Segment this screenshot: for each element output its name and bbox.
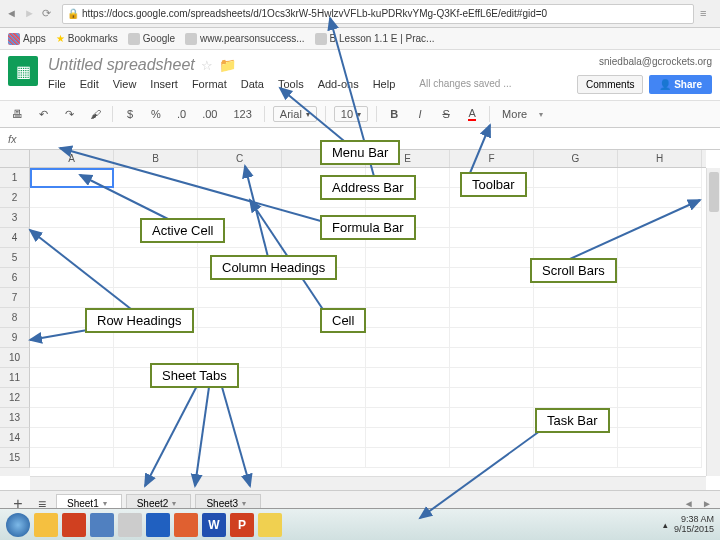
cell[interactable] [282,368,366,388]
menu-view[interactable]: View [113,78,137,90]
horizontal-scrollbar[interactable] [30,476,706,490]
row-header[interactable]: 15 [0,448,30,468]
cell[interactable] [366,408,450,428]
menu-file[interactable]: File [48,78,66,90]
cell[interactable] [198,388,282,408]
forward-icon[interactable]: ► [24,7,38,21]
task-icon[interactable] [146,513,170,537]
folder-icon[interactable]: 📁 [219,57,236,73]
numfmt-button[interactable]: 123 [229,108,255,120]
cell[interactable] [282,448,366,468]
font-size-select[interactable]: 10▾ [334,106,368,122]
row-header[interactable]: 13 [0,408,30,428]
dec-inc-button[interactable]: .00 [198,108,221,120]
cell[interactable] [30,268,114,288]
cell[interactable] [450,368,534,388]
cell[interactable] [618,268,702,288]
cell[interactable] [450,308,534,328]
user-email[interactable]: sniedbala@gcrockets.org [599,56,712,67]
cell[interactable] [114,268,198,288]
cell[interactable] [366,288,450,308]
cell[interactable] [534,388,618,408]
cell[interactable] [114,408,198,428]
cell[interactable] [366,268,450,288]
cell[interactable] [534,328,618,348]
cell[interactable] [534,188,618,208]
cell[interactable] [366,428,450,448]
cell[interactable] [618,308,702,328]
bold-button[interactable]: B [385,105,403,123]
col-header[interactable]: F [450,150,534,167]
star-icon[interactable]: ☆ [201,58,213,73]
menu-edit[interactable]: Edit [80,78,99,90]
cell[interactable] [198,428,282,448]
cell[interactable] [30,408,114,428]
cell[interactable] [282,408,366,428]
cell[interactable] [282,348,366,368]
task-icon[interactable] [258,513,282,537]
cell[interactable] [30,208,114,228]
cell[interactable] [282,428,366,448]
task-icon[interactable] [62,513,86,537]
cell[interactable] [30,428,114,448]
cell[interactable] [114,388,198,408]
col-header[interactable]: C [198,150,282,167]
reload-icon[interactable]: ⟳ [42,7,56,21]
cell[interactable] [366,308,450,328]
cell[interactable] [30,348,114,368]
cell[interactable] [618,388,702,408]
cell[interactable] [450,228,534,248]
address-bar[interactable]: 🔒 https://docs.google.com/spreadsheets/d… [62,4,694,24]
cell[interactable] [534,228,618,248]
task-icon[interactable] [90,513,114,537]
currency-button[interactable]: $ [121,105,139,123]
cell[interactable] [450,448,534,468]
task-icon[interactable] [118,513,142,537]
back-icon[interactable]: ◄ [6,7,20,21]
col-header[interactable]: A [30,150,114,167]
cell[interactable] [534,208,618,228]
menu-format[interactable]: Format [192,78,227,90]
cell[interactable] [366,448,450,468]
cell[interactable] [366,328,450,348]
clock[interactable]: 9:38 AM 9/15/2015 [674,515,714,535]
cell[interactable] [198,308,282,328]
menu-data[interactable]: Data [241,78,264,90]
cell[interactable] [198,408,282,428]
cell[interactable] [618,228,702,248]
redo-icon[interactable]: ↷ [60,105,78,123]
cell[interactable] [618,428,702,448]
cell[interactable] [30,228,114,248]
cell[interactable] [30,388,114,408]
italic-button[interactable]: I [411,105,429,123]
cell[interactable] [366,348,450,368]
menu-tools[interactable]: Tools [278,78,304,90]
start-button[interactable] [6,513,30,537]
cell[interactable] [30,248,114,268]
row-header[interactable]: 10 [0,348,30,368]
cell[interactable] [618,348,702,368]
bookmark-item[interactable]: B Lesson 1.1 E | Prac... [315,33,435,45]
row-header[interactable]: 9 [0,328,30,348]
cell[interactable] [198,168,282,188]
cell[interactable] [366,248,450,268]
cell[interactable] [618,328,702,348]
cell[interactable] [534,368,618,388]
cell[interactable] [450,408,534,428]
undo-icon[interactable]: ↶ [34,105,52,123]
print-icon[interactable]: 🖶 [8,105,26,123]
menu-addons[interactable]: Add-ons [318,78,359,90]
cell[interactable] [450,208,534,228]
cell[interactable] [30,288,114,308]
row-header[interactable]: 5 [0,248,30,268]
cell[interactable] [534,288,618,308]
row-header[interactable]: 8 [0,308,30,328]
cell[interactable] [114,448,198,468]
cell[interactable] [198,448,282,468]
menu-insert[interactable]: Insert [150,78,178,90]
cell[interactable] [534,348,618,368]
paint-icon[interactable]: 🖌 [86,105,104,123]
col-header[interactable]: B [114,150,198,167]
task-icon[interactable] [34,513,58,537]
task-icon[interactable] [174,513,198,537]
